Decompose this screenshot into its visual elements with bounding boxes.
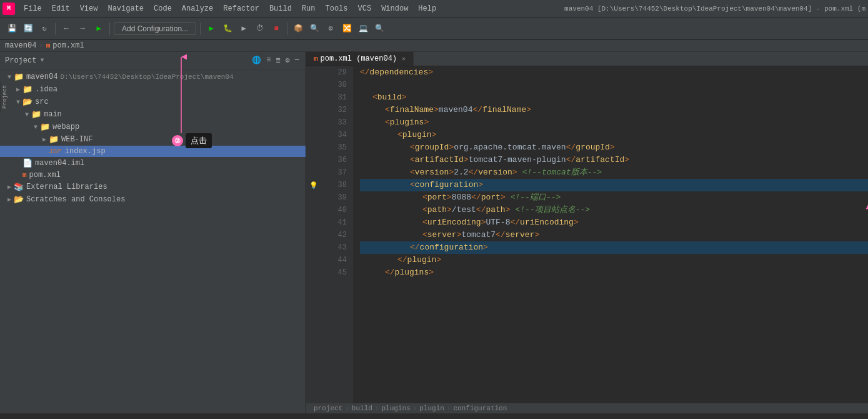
menu-edit[interactable]: Edit: [47, 3, 75, 14]
expand-arrow-scratches[interactable]: ▶: [5, 196, 14, 203]
tree-item-scratches[interactable]: ▶ 📂 Scratches and Consoles: [0, 193, 306, 206]
gutter-36: [306, 154, 321, 166]
toolbar-sep-2: [109, 23, 110, 35]
tree-item-iml[interactable]: ▶ 📄 maven04.iml: [0, 157, 306, 169]
tree-item-webapp[interactable]: ▼ 📁 webapp: [0, 121, 306, 133]
breadcrumb-project[interactable]: maven04: [5, 41, 36, 50]
project-dropdown-arrow[interactable]: ▼: [40, 57, 44, 64]
minimize-icon[interactable]: —: [294, 54, 301, 66]
menu-run[interactable]: Run: [297, 3, 321, 14]
refresh-btn[interactable]: ↻: [37, 22, 51, 36]
stop-btn[interactable]: ■: [269, 22, 283, 36]
settings-btn[interactable]: ⚙: [324, 22, 337, 36]
add-configuration-button[interactable]: Add Configuration...: [114, 23, 196, 35]
collapse-all-icon[interactable]: ≡: [265, 54, 272, 66]
folder-icon-src: 📂: [22, 97, 32, 107]
sync-btn[interactable]: 🔄: [21, 22, 35, 36]
tree-label-scratches: Scratches and Consoles: [26, 195, 125, 204]
menu-analyze[interactable]: Analyze: [177, 3, 218, 14]
gutter-34: [306, 129, 321, 141]
tree-item-pom[interactable]: ▶ m pom.xml: [0, 169, 306, 181]
breadcrumb-project-item[interactable]: project: [314, 405, 342, 412]
tree-label-idea: .idea: [35, 85, 57, 94]
breadcrumb-sep-2: ›: [375, 405, 379, 412]
forward-btn[interactable]: →: [76, 22, 89, 36]
menu-file[interactable]: File: [19, 3, 47, 14]
breadcrumb-build-item[interactable]: build: [352, 405, 372, 412]
gutter-43: [306, 241, 321, 254]
tree-item-main[interactable]: ▼ 📁 main: [0, 108, 306, 121]
code-line-35: <groupId>org.apache.tomcat.maven</groupI…: [360, 141, 868, 154]
tab-file-icon: m: [314, 55, 318, 63]
expand-arrow-idea[interactable]: ▶: [14, 86, 22, 93]
code-line-45: </plugins>: [360, 266, 868, 279]
tree-item-src[interactable]: ▼ 📂 src: [0, 96, 306, 108]
toolbar: 💾 🔄 ↻ ← → ▶ Add Configuration... ▶ 🐛 ▶ ⏱…: [0, 18, 868, 40]
filter-icon[interactable]: ≣: [274, 54, 281, 66]
gutter-39: [306, 191, 321, 204]
project-side-tab[interactable]: Project: [0, 81, 11, 113]
breadcrumb-plugin-item[interactable]: plugin: [419, 405, 444, 412]
tree-item-index-jsp[interactable]: ▶ JSP index.jsp: [0, 146, 306, 157]
search-everywhere[interactable]: 🔍: [307, 22, 321, 36]
gutter-35: [306, 141, 321, 154]
tree-label-src: src: [35, 98, 49, 106]
breadcrumb-file[interactable]: pom.xml: [52, 41, 84, 50]
run-btn[interactable]: ▶: [204, 22, 218, 36]
save-all-btn[interactable]: 💾: [5, 22, 19, 36]
code-line-33: <plugins>: [360, 116, 868, 129]
tree-item-webinf[interactable]: ▶ 📁 WEB-INF: [0, 133, 306, 146]
tree-label-index-jsp: index.jsp: [65, 147, 106, 156]
code-content[interactable]: </dependencies> <build> <finalName>maven…: [352, 66, 868, 403]
expand-arrow-webinf[interactable]: ▶: [40, 136, 49, 143]
menu-vcs[interactable]: VCS: [353, 3, 377, 14]
gutter-44: [306, 254, 321, 266]
code-line-41: <uriEncoding>UTF-8</uriEncoding>: [360, 216, 868, 229]
run-with-coverage[interactable]: ▶: [237, 22, 251, 36]
menu-refactor[interactable]: Refactor: [218, 3, 264, 14]
profile-btn[interactable]: ⏱: [253, 22, 267, 36]
file-icon-jsp: JSP: [49, 148, 61, 155]
expand-arrow-src[interactable]: ▼: [14, 99, 22, 106]
gutter-38-bulb[interactable]: 💡: [306, 179, 321, 191]
gutter: 💡: [306, 66, 321, 403]
folder-icon-webapp: 📁: [40, 122, 50, 132]
tab-close-btn[interactable]: ✕: [402, 55, 406, 63]
terminal-btn[interactable]: 💻: [356, 22, 370, 36]
code-line-29: </dependencies>: [360, 66, 868, 79]
tree-item-idea[interactable]: ▶ 📁 .idea: [0, 83, 306, 96]
project-panel-title: Project: [5, 56, 36, 65]
find-btn[interactable]: 🔍: [372, 22, 386, 36]
breadcrumb-plugins-item[interactable]: plugins: [381, 405, 410, 412]
menu-window[interactable]: Window: [376, 3, 413, 14]
back-btn[interactable]: ←: [59, 22, 73, 36]
bookmark-btn[interactable]: ▶: [92, 22, 106, 36]
expand-arrow-main[interactable]: ▼: [22, 111, 31, 118]
menu-help[interactable]: Help: [413, 3, 441, 14]
breadcrumb-configuration-item[interactable]: configuration: [454, 405, 507, 412]
menu-tools[interactable]: Tools: [321, 3, 353, 14]
tree-item-maven04[interactable]: ▼ 📁 maven04 D:\Users\74452\Desktop\IdeaP…: [0, 71, 306, 83]
tab-label: pom.xml (maven04): [321, 54, 397, 63]
debug-btn[interactable]: 🐛: [221, 22, 234, 36]
expand-arrow-extlib[interactable]: ▶: [5, 183, 14, 191]
gear-icon[interactable]: ⚙: [284, 54, 291, 66]
expand-arrow-maven04[interactable]: ▼: [5, 74, 14, 81]
menu-code[interactable]: Code: [149, 3, 177, 14]
project-panel-header: Project ▼ 🌐 ≡ ≣ ⚙ —: [0, 52, 306, 69]
file-icon-iml: 📄: [22, 158, 32, 168]
breadcrumb-bottom: project › build › plugins › plugin › con…: [306, 403, 868, 413]
tab-pom-xml[interactable]: m pom.xml (maven04) ✕: [306, 52, 414, 66]
menu-navigate[interactable]: Navigate: [102, 3, 149, 14]
menu-view[interactable]: View: [75, 3, 103, 14]
build-artifact[interactable]: 📦: [291, 22, 305, 36]
tree-item-extlib[interactable]: ▶ 📚 External Libraries: [0, 181, 306, 193]
vcs-btn[interactable]: 🔀: [340, 22, 354, 36]
expand-arrow-webapp[interactable]: ▼: [31, 124, 40, 131]
menu-build[interactable]: Build: [264, 3, 297, 14]
window-title: maven04 [D:\Users\74452\Desktop\IdeaProj…: [564, 5, 866, 13]
tree-label-iml: maven04.iml: [35, 159, 84, 168]
breadcrumb-file-icon: m: [46, 42, 51, 49]
tree-label-main: main: [44, 110, 62, 119]
globalize-icon[interactable]: 🌐: [251, 54, 262, 66]
